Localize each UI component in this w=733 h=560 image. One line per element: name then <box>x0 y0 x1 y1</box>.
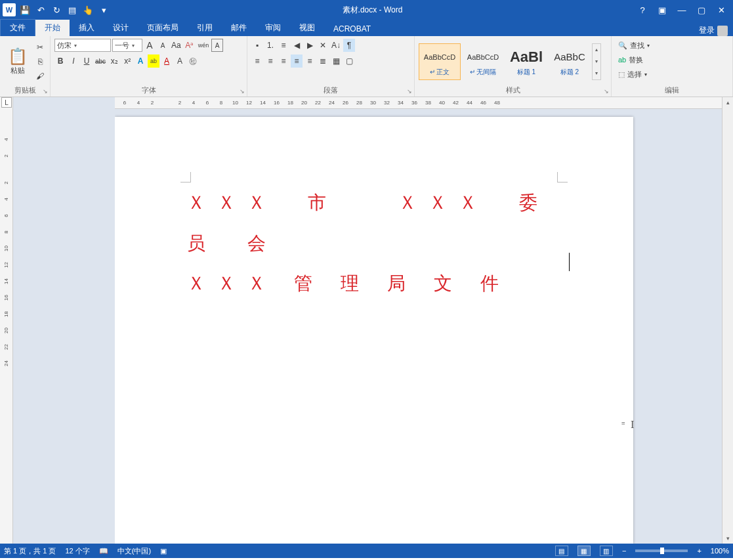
align-right-button[interactable]: ≡ <box>278 54 289 68</box>
style-gallery: AaBbCcD↵ 正文 AaBbCcD↵ 无间隔 AaBl标题 1 AaBbC标… <box>419 43 601 80</box>
tab-home[interactable]: 开始 <box>35 20 70 36</box>
zoom-in-button[interactable]: + <box>697 547 701 555</box>
clipboard-launcher-icon[interactable]: ↘ <box>43 88 48 95</box>
style-heading1[interactable]: AaBl标题 1 <box>505 43 547 80</box>
styles-launcher-icon[interactable]: ↘ <box>604 88 609 95</box>
style-gallery-more-icon[interactable]: ▴▾▾ <box>592 43 601 80</box>
ribbon-options-icon[interactable]: ▣ <box>654 3 670 16</box>
close-icon[interactable]: ✕ <box>713 3 729 16</box>
margin-corner-icon <box>180 172 191 183</box>
bold-button[interactable]: B <box>54 54 66 68</box>
enclose-char-button[interactable]: ㊓ <box>187 54 199 68</box>
tab-review[interactable]: 审阅 <box>256 20 290 36</box>
sort-button[interactable]: A↓ <box>330 39 342 52</box>
view-print-button[interactable]: ▦ <box>577 546 591 556</box>
zoom-level[interactable]: 100% <box>711 547 729 555</box>
copy-button[interactable]: ⎘ <box>34 55 46 68</box>
decrease-indent-button[interactable]: ◀ <box>291 39 303 52</box>
text-direction-button[interactable]: ✕ <box>317 39 329 52</box>
zoom-slider[interactable] <box>635 549 688 552</box>
tab-insert[interactable]: 插入 <box>70 20 104 36</box>
subscript-button[interactable]: x₂ <box>108 54 120 68</box>
qat-more-icon[interactable]: ▾ <box>97 3 110 16</box>
find-icon: 🔍 <box>618 41 627 50</box>
underline-button[interactable]: U <box>81 54 93 68</box>
font-size-combo[interactable]: 一号▾ <box>112 39 142 52</box>
italic-button[interactable]: I <box>68 54 79 68</box>
maximize-icon[interactable]: ▢ <box>694 3 709 16</box>
align-justify-button[interactable]: ≡ <box>291 54 303 68</box>
phonetic-button[interactable]: wén <box>197 39 211 52</box>
save-icon[interactable]: 💾 <box>18 3 31 16</box>
minimize-icon[interactable]: — <box>674 3 690 16</box>
macro-icon[interactable]: ▣ <box>160 547 167 555</box>
change-case-button[interactable]: Aa <box>170 39 182 52</box>
clear-format-button[interactable]: Aᵃ <box>184 39 196 52</box>
text-effects-button[interactable]: A <box>135 54 146 68</box>
doc-line2[interactable]: ＸＸＸ 管 理 局 文 件 <box>187 263 561 304</box>
align-left-button[interactable]: ≡ <box>251 54 263 68</box>
align-distribute-button[interactable]: ≡ <box>304 54 316 68</box>
language-indicator[interactable]: 中文(中国) <box>117 546 151 556</box>
new-doc-icon[interactable]: ▤ <box>66 3 79 16</box>
tab-mailings[interactable]: 邮件 <box>222 20 256 36</box>
shading-button[interactable]: ▦ <box>330 54 342 68</box>
format-painter-button[interactable]: 🖌 <box>34 70 46 83</box>
grow-font-button[interactable]: A <box>144 39 156 52</box>
tab-design[interactable]: 设计 <box>104 20 138 36</box>
paragraph-launcher-icon[interactable]: ↘ <box>407 88 412 95</box>
page-indicator[interactable]: 第 1 页，共 1 页 <box>4 546 56 556</box>
strike-button[interactable]: abc <box>94 54 107 68</box>
doc-line1[interactable]: ＸＸＸ 市 ＸＸＸ 委 员 会 <box>187 183 561 263</box>
align-center-button[interactable]: ≡ <box>264 54 276 68</box>
redo-icon[interactable]: ↻ <box>50 3 63 16</box>
superscript-button[interactable]: x² <box>121 54 133 68</box>
multilevel-button[interactable]: ≡ <box>278 39 289 52</box>
borders-button[interactable]: ▢ <box>343 54 355 68</box>
horizontal-ruler[interactable]: 8642246810121416182022242628303234363840… <box>115 97 733 109</box>
scroll-down-icon[interactable]: ▾ <box>723 533 733 544</box>
increase-indent-button[interactable]: ▶ <box>304 39 316 52</box>
numbering-button[interactable]: 1. <box>264 39 276 52</box>
font-launcher-icon[interactable]: ↘ <box>240 88 245 95</box>
undo-icon[interactable]: ↶ <box>34 3 47 16</box>
view-read-button[interactable]: ▤ <box>555 546 568 556</box>
paste-button[interactable]: 📋 粘贴 <box>4 40 31 83</box>
tab-acrobat[interactable]: ACROBAT <box>324 22 380 36</box>
touch-mode-icon[interactable]: 👆 <box>81 3 94 16</box>
cut-button[interactable]: ✂ <box>34 41 46 54</box>
select-button[interactable]: ⬚选择▾ <box>616 68 728 81</box>
text-caret <box>569 253 570 271</box>
login-link[interactable]: 登录 <box>699 25 733 36</box>
tab-file[interactable]: 文件 <box>0 19 35 36</box>
help-icon[interactable]: ? <box>635 3 650 16</box>
shrink-font-button[interactable]: A <box>157 39 169 52</box>
font-name-combo[interactable]: 仿宋▾ <box>54 39 111 52</box>
style-heading2[interactable]: AaBbC标题 2 <box>549 43 591 80</box>
show-marks-button[interactable]: ¶ <box>343 39 355 52</box>
tab-view[interactable]: 视图 <box>290 20 324 36</box>
style-no-spacing[interactable]: AaBbCcD↵ 无间隔 <box>462 43 504 80</box>
tab-layout[interactable]: 页面布局 <box>138 20 188 36</box>
char-border-button[interactable]: A <box>211 39 223 52</box>
char-shading-button[interactable]: A <box>174 54 186 68</box>
vertical-scrollbar[interactable]: ▴ ▾ <box>722 97 733 544</box>
line-spacing-button[interactable]: ≣ <box>317 54 329 68</box>
style-normal[interactable]: AaBbCcD↵ 正文 <box>419 43 461 80</box>
tab-selector-icon[interactable]: L <box>1 97 12 108</box>
zoom-out-button[interactable]: − <box>622 547 626 555</box>
window-controls: ? ▣ — ▢ ✕ <box>635 3 733 16</box>
bullets-button[interactable]: ▪ <box>251 39 263 52</box>
vertical-ruler[interactable]: 4224681012141618202224 <box>0 97 13 544</box>
proofing-icon[interactable]: 📖 <box>99 547 108 555</box>
find-button[interactable]: 🔍查找▾ <box>616 39 728 52</box>
replace-button[interactable]: ab替换 <box>616 53 728 66</box>
paste-icon: 📋 <box>8 47 28 66</box>
view-web-button[interactable]: ▥ <box>600 546 613 556</box>
highlight-button[interactable]: ab <box>148 54 159 68</box>
font-color-button[interactable]: A <box>161 54 173 68</box>
word-count[interactable]: 12 个字 <box>65 546 89 556</box>
scroll-up-icon[interactable]: ▴ <box>723 97 733 108</box>
tab-references[interactable]: 引用 <box>188 20 222 36</box>
document-page[interactable]: ＸＸＸ 市 ＸＸＸ 委 员 会 ＸＸＸ 管 理 局 文 件 <box>115 117 633 544</box>
